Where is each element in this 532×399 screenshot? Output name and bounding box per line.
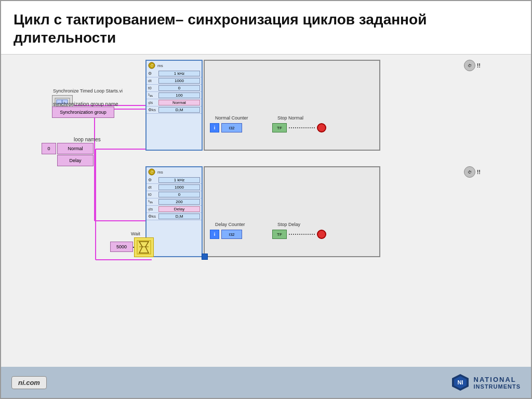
svg-text:⏱: ⏱ [150, 64, 154, 68]
tl-clock-icon-1: ⏱ [464, 60, 475, 71]
tl-row-dt-2: dt 1000 [147, 184, 202, 191]
tl-bang-1: !! [477, 62, 481, 69]
tl-row-t0-1: t0 0 [147, 85, 202, 92]
tl-s21-lbl-2: ³₂₁ [148, 200, 158, 204]
tl-khz-icon-1: ⚙ [148, 71, 158, 76]
svg-rect-19 [137, 241, 151, 254]
wait-value: 5000 [110, 242, 133, 252]
stop-box-2: TF [272, 230, 326, 239]
tl-right-1: ⏱ !! [464, 60, 481, 71]
tl-ms-header-2: ⏱ ms [147, 167, 202, 177]
ni-national: NATIONAL [474, 376, 516, 383]
tl-ms-unit-2: ms [157, 170, 163, 175]
sync-vi-label: Synchronize Timed Loop Starts.vi [53, 88, 123, 94]
tl-khz-val-1: 1 kHz [158, 71, 200, 76]
tl-row-mode-2: ᶊts Delay [147, 206, 202, 213]
i-icon-2: i [210, 230, 219, 239]
tl-t0-lbl-2: t0 [148, 192, 158, 197]
tl-body-1: Normal Counter i I32 Stop Normal TF [204, 60, 380, 151]
stop-label-2: Stop Delay [277, 222, 300, 227]
stop-wire-1 [289, 127, 315, 128]
tl-dt-val-1: 1000 [158, 78, 200, 84]
ni-logo-text: NATIONAL INSTRUMENTS [474, 376, 521, 390]
tl-connector-2 [202, 254, 208, 260]
i-icon-1: i [210, 123, 219, 132]
tl-row-khz-2: ⚙ 1 kHz [147, 177, 202, 184]
ni-instruments: INSTRUMENTS [474, 383, 521, 390]
slide-title: Цикл с тактированием– синхронизация цикл… [14, 10, 518, 47]
slide-content: Synchronize Timed Loop Starts.vi synchro… [1, 55, 531, 367]
timed-loop-2: ⏱ ms ⚙ 1 kHz dt 1000 t0 0 [145, 166, 452, 262]
tl-dt-lbl-1: dt [148, 78, 158, 83]
tl-row-khz-1: ⚙ 1 kHz [147, 70, 202, 77]
timed-loop-1: ⏱ ms ⚙ 1 kHz dt 1000 t0 0 [145, 60, 452, 156]
tl-row-proc-2: ⚙ks D,M [147, 213, 202, 220]
tl-right-2: ⏱ !! [464, 166, 481, 178]
tl-mode-val-2: Delay [158, 206, 200, 212]
tl-mode-lbl-2: ᶊts [148, 207, 158, 212]
sync-group-value: Synchronization group [52, 107, 114, 118]
diagram: Synchronize Timed Loop Starts.vi synchro… [11, 60, 521, 336]
counter-box-1: i I32 [210, 123, 242, 132]
slide-footer: ni.com NI NATIONAL INSTRUMENTS [1, 367, 531, 398]
svg-text:⏱: ⏱ [150, 170, 154, 174]
tf-box-1: TF [272, 123, 287, 132]
tl-row-mode-1: ᶊts Normal [147, 99, 202, 107]
tl-row-s21-1: ³₂₁ 100 [147, 92, 202, 99]
counter-label-1: Normal Counter [215, 115, 248, 121]
stop-button-2[interactable] [317, 230, 326, 239]
slide-header: Цикл с тактированием– синхронизация цикл… [1, 1, 531, 55]
slide: Цикл с тактированием– синхронизация цикл… [0, 0, 532, 399]
tl-s21-val-2: 200 [158, 199, 200, 205]
tl-t0-lbl-1: t0 [148, 86, 158, 90]
tl-ms-header-1: ⏱ ms [147, 61, 202, 70]
loop-names-label: loop names [74, 137, 101, 142]
i32-box-1: I32 [221, 123, 242, 132]
tl-dt-lbl-2: dt [148, 185, 158, 190]
wait-label: Wait [131, 231, 140, 236]
counter-box-2: i I32 [210, 230, 242, 239]
ni-com-box: ni.com [11, 376, 47, 389]
tl-row-proc-1: ⚙ks D,M [147, 107, 202, 114]
tl-bang-2: !! [477, 169, 481, 175]
loop-normal-box: Normal [57, 143, 94, 154]
stop-label-1: Stop Normal [277, 115, 303, 121]
tf-box-2: TF [272, 230, 287, 239]
tl-ms-unit-1: ms [157, 63, 163, 68]
tl-mode-lbl-1: ᶊts [148, 100, 158, 105]
svg-text:NI: NI [457, 379, 463, 385]
i32-box-2: I32 [221, 230, 242, 239]
tl-t0-val-1: 0 [158, 85, 200, 91]
stop-button-1[interactable] [317, 123, 326, 132]
tl-proc-val-1: D,M [158, 107, 200, 113]
tl-row-t0-2: t0 0 [147, 191, 202, 198]
tl-mode-val-1: Normal [158, 100, 200, 105]
ni-logo-svg: NI [451, 373, 470, 392]
tl-row-s21-2: ³₂₁ 200 [147, 198, 202, 206]
counter-label-2: Delay Counter [215, 222, 245, 227]
tl-khz-val-2: 1 kHz [158, 177, 200, 183]
loop-delay-box: Delay [57, 155, 94, 166]
tl-body-2: Delay Counter i I32 Stop Delay TF [204, 166, 380, 257]
wait-box [134, 237, 154, 257]
tl-proc-val-2: D,M [158, 214, 200, 219]
tl-s21-lbl-1: ³₂₁ [148, 93, 158, 98]
tl-config-panel-2: ⏱ ms ⚙ 1 kHz dt 1000 t0 0 [145, 166, 203, 257]
tl-t0-val-2: 0 [158, 192, 200, 197]
ni-logo: NI NATIONAL INSTRUMENTS [451, 373, 521, 392]
stop-wire-2 [289, 234, 315, 235]
tl-s21-val-1: 100 [158, 92, 200, 98]
tl-dt-val-2: 1000 [158, 184, 200, 190]
tl-proc-lbl-2: ⚙ks [148, 214, 158, 219]
tl-clock-icon-2: ⏱ [464, 166, 475, 178]
tl-row-dt-1: dt 1000 [147, 77, 202, 85]
tl-config-panel-1: ⏱ ms ⚙ 1 kHz dt 1000 t0 0 [145, 60, 203, 151]
tl-proc-lbl-1: ⚙ks [148, 108, 158, 112]
stop-box-1: TF [272, 123, 326, 132]
loop-index-box: 0 [42, 143, 56, 154]
tl-khz-icon-2: ⚙ [148, 178, 158, 182]
